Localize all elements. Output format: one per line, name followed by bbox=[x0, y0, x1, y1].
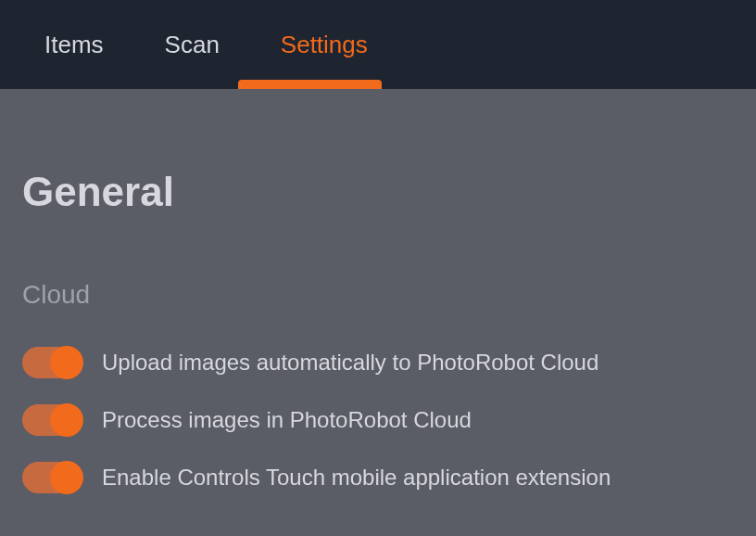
page-title: General bbox=[22, 169, 734, 215]
toggle-row-controls-touch: Enable Controls Touch mobile application… bbox=[22, 462, 734, 493]
toggle-label-controls-touch: Enable Controls Touch mobile application… bbox=[102, 465, 611, 491]
toggle-process-images[interactable] bbox=[22, 404, 82, 436]
tab-scan[interactable]: Scan bbox=[163, 31, 221, 59]
tab-settings[interactable]: Settings bbox=[279, 31, 370, 59]
toggle-upload-images[interactable] bbox=[22, 347, 82, 378]
settings-content: General Cloud Upload images automaticall… bbox=[0, 89, 756, 493]
toggle-thumb bbox=[50, 403, 83, 437]
toggle-thumb bbox=[50, 461, 83, 494]
tab-items[interactable]: Items bbox=[43, 31, 106, 59]
toggle-row-process: Process images in PhotoRobot Cloud bbox=[22, 404, 734, 436]
tab-bar: Items Scan Settings bbox=[0, 0, 756, 89]
toggle-thumb bbox=[50, 346, 83, 379]
toggle-row-upload: Upload images automatically to PhotoRobo… bbox=[22, 347, 734, 378]
toggle-label-process: Process images in PhotoRobot Cloud bbox=[102, 407, 472, 433]
toggle-label-upload: Upload images automatically to PhotoRobo… bbox=[102, 350, 598, 376]
toggle-controls-touch[interactable] bbox=[22, 462, 82, 493]
tab-active-indicator bbox=[238, 80, 382, 89]
section-title-cloud: Cloud bbox=[22, 280, 734, 310]
